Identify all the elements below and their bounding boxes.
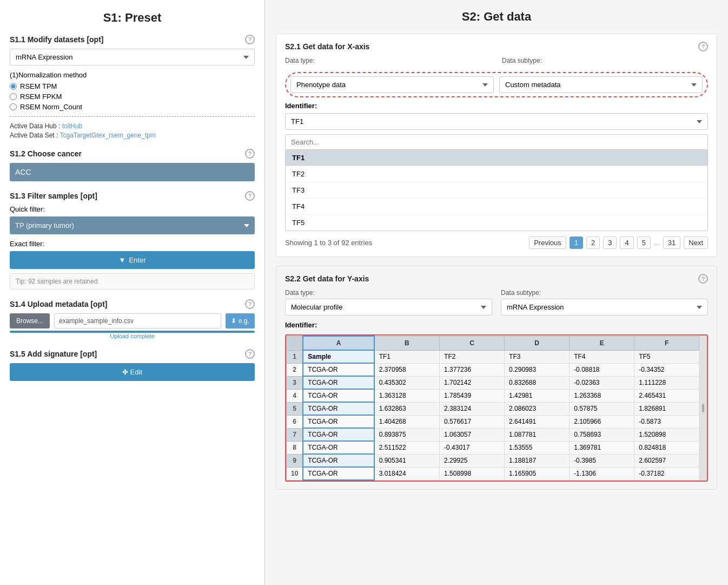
table-row: 8 TCGA-OR 2.511522 -0.43017 1.53555 1.36… (287, 441, 699, 454)
th-empty (287, 336, 303, 350)
y-data-type-col: Data type: Molecular profile (285, 289, 492, 315)
s14-header: S1.4 Upload metadata [opt] ? (10, 299, 255, 309)
s15-section: S1.5 Add signature [opt] ? ✤ Edit (10, 349, 255, 381)
prev-page-btn[interactable]: Previous (529, 236, 566, 249)
left-panel-title: S1: Preset (10, 11, 255, 25)
y-data-subtype-select[interactable]: mRNA Expression (501, 299, 708, 315)
radio-fpkm-label: RSEM FPKM (20, 93, 62, 101)
table-row: 2 TCGA-OR 2.370958 1.377236 0.290983 -0.… (287, 363, 699, 376)
next-page-btn[interactable]: Next (684, 236, 708, 249)
s21-header: S2.1 Get data for X-axis ? (285, 42, 708, 51)
row-num-6: 6 (287, 415, 303, 428)
active-hub-link[interactable]: toilHub (62, 122, 82, 130)
cell-8-f: 0.824818 (634, 441, 699, 454)
cancer-select[interactable]: ACC (10, 163, 255, 181)
s22-help-icon[interactable]: ? (698, 274, 708, 284)
s22-title: S2.2 Get data for Y-axis (285, 274, 369, 283)
cell-7-d: 1.087781 (505, 428, 570, 441)
x-identifier-label: Identifier: (285, 102, 708, 110)
radio-rsem-tpm[interactable]: RSEM TPM (10, 82, 255, 90)
edit-button[interactable]: ✤ Edit (10, 363, 255, 381)
x-data-subtype-select[interactable]: Custom metadata (499, 76, 703, 93)
cell-1-f: TF5 (634, 350, 699, 363)
cell-6-f: -0.5873 (634, 415, 699, 428)
table-row: 6 TCGA-OR 1.404268 0.576617 2.641491 2.1… (287, 415, 699, 428)
x-search-input[interactable] (285, 134, 708, 150)
s21-help-icon[interactable]: ? (698, 42, 708, 51)
cell-4-e: 1.263368 (570, 389, 634, 402)
cell-2-a: TCGA-OR (303, 363, 374, 376)
x-identifier-select[interactable]: TF1 (285, 113, 708, 130)
normalization-radio-group: RSEM TPM RSEM FPKM RSEM Norm_Count (10, 82, 255, 111)
cell-4-c: 1.785439 (440, 389, 505, 402)
cell-5-a: TCGA-OR (303, 402, 374, 415)
filter-icon: ▼ (119, 256, 126, 264)
s12-title: S1.2 Choose cancer (10, 149, 82, 158)
page-btn-31[interactable]: 31 (663, 236, 680, 249)
active-dataset-link[interactable]: TcgaTargetGtex_rsem_gene_tpm (60, 132, 156, 139)
cell-5-c: 2.383124 (440, 402, 505, 415)
y-identifier-label: Identifier: (285, 321, 708, 329)
th-col-e: E (570, 336, 634, 350)
s13-help-icon[interactable]: ? (245, 191, 255, 201)
radio-rsem-norm[interactable]: RSEM Norm_Count (10, 103, 255, 111)
y-data-subtype-label: Data subtype: (501, 289, 708, 297)
dropdown-item-tf5[interactable]: TF5 (286, 215, 707, 231)
s22-header: S2.2 Get data for Y-axis ? (285, 274, 708, 284)
cell-10-c: 1.508998 (440, 467, 505, 480)
download-icon: ⬇ (231, 317, 236, 325)
page-btn-4[interactable]: 4 (620, 236, 633, 249)
browse-button[interactable]: Browse... (10, 313, 50, 328)
s15-help-icon[interactable]: ? (245, 349, 255, 359)
th-col-f: F (634, 336, 699, 350)
cell-7-f: 1.520898 (634, 428, 699, 441)
cell-9-f: 2.602597 (634, 454, 699, 467)
dropdown-item-tf1[interactable]: TF1 (286, 150, 707, 166)
cell-9-a: TCGA-OR (303, 454, 374, 467)
table-scroll-indicator[interactable] (699, 336, 707, 481)
data-table-wrapper: A B C D E F 1 Sample TF1 T (285, 334, 708, 482)
cell-3-a: TCGA-OR (303, 376, 374, 389)
data-type-col: Data type: (285, 57, 497, 67)
y-data-type-select[interactable]: Molecular profile (285, 299, 492, 315)
x-data-type-select[interactable]: Phenotype data (290, 76, 494, 93)
cell-10-e: -1.1306 (570, 467, 634, 480)
active-dataset-row: Active Data Set : TcgaTargetGtex_rsem_ge… (10, 132, 255, 139)
page-btn-2[interactable]: 2 (586, 236, 600, 249)
data-table: A B C D E F 1 Sample TF1 T (286, 336, 699, 481)
cell-6-b: 1.404268 (374, 415, 440, 428)
dataset-select[interactable]: mRNA Expression (10, 49, 255, 65)
table-row: 3 TCGA-OR 0.435302 1.702142 0.832688 -0.… (287, 376, 699, 389)
cell-7-e: 0.758693 (570, 428, 634, 441)
data-subtype-col: Data subtype: (497, 57, 708, 67)
s14-help-icon[interactable]: ? (245, 299, 255, 309)
page-btn-1[interactable]: 1 (570, 236, 583, 249)
x-dropdown-list: TF1 TF2 TF3 TF4 TF5 (285, 150, 708, 231)
enter-button[interactable]: ▼ Enter (10, 251, 255, 269)
svg-rect-0 (702, 404, 704, 412)
cell-2-e: -0.08818 (570, 363, 634, 376)
s14-title: S1.4 Upload metadata [opt] (10, 300, 107, 308)
pagination-info: Showing 1 to 3 of 92 entries (285, 239, 526, 247)
upload-complete-text: Upload complete (10, 333, 255, 339)
eg-button[interactable]: ⬇ e.g. (226, 313, 255, 328)
dropdown-item-tf3[interactable]: TF3 (286, 182, 707, 199)
s13-section: S1.3 Filter samples [opt] ? Quick filter… (10, 191, 255, 290)
dropdown-item-tf4[interactable]: TF4 (286, 199, 707, 215)
dropdown-item-tf2[interactable]: TF2 (286, 166, 707, 182)
cell-2-b: 2.370958 (374, 363, 440, 376)
pagination-row: Showing 1 to 3 of 92 entries Previous 1 … (285, 236, 708, 249)
cell-8-b: 2.511522 (374, 441, 440, 454)
radio-rsem-fpkm[interactable]: RSEM FPKM (10, 93, 255, 101)
cell-5-e: 0.57875 (570, 402, 634, 415)
data-subtype-label: Data subtype: (502, 57, 708, 64)
page-btn-5[interactable]: 5 (637, 236, 651, 249)
page-btn-3[interactable]: 3 (603, 236, 617, 249)
s13-title: S1.3 Filter samples [opt] (10, 192, 97, 200)
cell-4-b: 1.363128 (374, 389, 440, 402)
quick-filter-select[interactable]: TP (primary tumor) (10, 216, 255, 234)
cell-4-a: TCGA-OR (303, 389, 374, 402)
s12-help-icon[interactable]: ? (245, 149, 255, 159)
s11-help-icon[interactable]: ? (245, 35, 255, 44)
th-col-a: A (303, 336, 374, 350)
